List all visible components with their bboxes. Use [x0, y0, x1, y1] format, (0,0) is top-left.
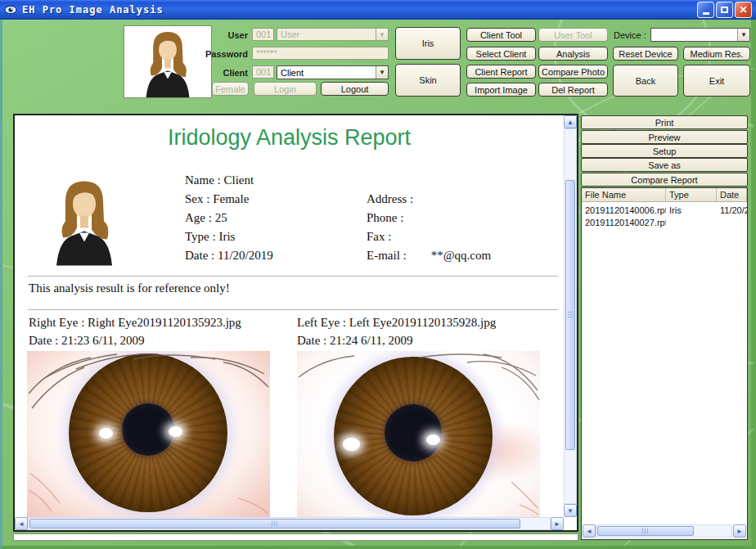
client-id-field: 001: [252, 65, 274, 79]
list-scroll-right-icon[interactable]: ►: [733, 524, 746, 538]
compare-report-button[interactable]: Compare Report: [581, 173, 748, 187]
left-eye-lashes: [297, 351, 540, 518]
client-combobox-value: Client: [277, 68, 376, 78]
file-list-row[interactable]: 20191120140027.rpt: [582, 217, 747, 229]
device-combobox-chevron-down-icon: ▼: [737, 29, 749, 41]
user-label: User: [211, 30, 248, 40]
title-bar[interactable]: EH Pro Image Analysis ✕: [0, 0, 756, 20]
user-combobox-value: User: [277, 29, 376, 39]
client-photo: [43, 173, 125, 267]
back-button[interactable]: Back: [613, 65, 678, 97]
file-name-cell: 20191120140006.rpt: [582, 205, 666, 217]
medium-res-button[interactable]: Medium Res.: [683, 47, 750, 61]
client-report-button[interactable]: Client Report: [466, 65, 536, 79]
client-phone: Phone :: [367, 209, 491, 227]
select-client-button[interactable]: Select Client: [466, 47, 536, 61]
report-scroll-up-icon[interactable]: ▲: [564, 115, 577, 128]
list-horizontal-scroll-thumb[interactable]: [597, 526, 694, 536]
import-image-button[interactable]: Import Image: [466, 83, 536, 97]
report-panel: Iridology Analysis Report Name : Client …: [13, 114, 578, 532]
client-name: Name : Client: [185, 171, 273, 190]
client-email-line: E-mail :**@qq.com: [367, 246, 491, 265]
report-title: Iridology Analysis Report: [15, 125, 564, 151]
maximize-icon: [721, 7, 728, 13]
user-id-field: 001: [252, 28, 274, 41]
client-address: Address :: [367, 190, 491, 209]
right-eye-lashes: [27, 351, 270, 518]
window-controls: ✕: [697, 2, 752, 18]
logout-button[interactable]: Logout: [321, 82, 389, 96]
divider-bottom: [28, 309, 558, 310]
window-title: EH Pro Image Analysis: [22, 4, 692, 16]
list-horizontal-scroll-track[interactable]: [596, 524, 732, 538]
compare-photo-button[interactable]: Compare Photo: [538, 65, 608, 79]
report-scroll-right-icon[interactable]: ►: [551, 517, 564, 530]
client-date: Date : 11/20/2019: [185, 246, 273, 265]
analysis-button[interactable]: Analysis: [538, 47, 608, 61]
report-horizontal-scroll-thumb[interactable]: [29, 519, 520, 529]
exit-button[interactable]: Exit: [683, 65, 750, 97]
left-eye-image: [297, 351, 540, 518]
client-email-label: E-mail :: [367, 249, 407, 262]
file-list-header: File Name Type Date: [582, 188, 747, 202]
client-sex: Sex : Female: [185, 190, 273, 209]
file-name-cell: 20191120140027.rpt: [582, 217, 666, 229]
client-email-value: **@qq.com: [431, 249, 491, 262]
report-scroll-left-icon[interactable]: ◄: [15, 517, 28, 530]
date-cell: [717, 217, 747, 229]
column-header-type[interactable]: Type: [666, 188, 717, 201]
minimize-icon: [703, 12, 709, 15]
close-icon: ✕: [739, 5, 747, 15]
column-header-date[interactable]: Date: [717, 188, 747, 201]
right-eye-filename: Right Eye : Right Eye20191120135923.jpg: [29, 316, 241, 330]
device-label: Device :: [614, 30, 650, 40]
date-cell: 11/20/2: [717, 205, 747, 217]
client-info-column: Name : Client Sex : Female Age : 25 Type…: [185, 171, 273, 265]
password-label: Password: [199, 49, 248, 59]
device-combobox[interactable]: ▼: [650, 28, 750, 42]
app-window: EH Pro Image Analysis ✕ User 001 User ▼: [0, 0, 756, 549]
login-button: Login: [254, 82, 317, 96]
client-combobox-chevron-down-icon: ▼: [376, 66, 388, 79]
user-combobox: User ▼: [277, 28, 389, 41]
close-button[interactable]: ✕: [735, 2, 752, 18]
user-avatar: [124, 25, 212, 98]
left-eye-date: Date : 21:24 6/11, 2009: [297, 334, 413, 348]
client-age: Age : 25: [185, 209, 273, 227]
del-report-button[interactable]: Del Report: [538, 83, 608, 97]
reset-device-button[interactable]: Reset Device: [613, 47, 678, 61]
disclaimer-text: This analysis result is for reference on…: [29, 281, 230, 295]
app-eye-icon: [4, 3, 17, 16]
status-strip: [13, 533, 578, 541]
minimize-button[interactable]: [697, 2, 714, 18]
client-label: Client: [211, 68, 248, 78]
client-combobox[interactable]: Client ▼: [277, 65, 389, 79]
female-button: Female: [212, 82, 249, 96]
report-vertical-scroll-track[interactable]: [564, 128, 577, 504]
skin-button[interactable]: Skin: [395, 64, 461, 97]
type-cell: [666, 217, 717, 229]
print-button[interactable]: Print: [581, 115, 748, 129]
column-header-file-name[interactable]: File Name: [582, 188, 666, 201]
report-scroll-down-icon[interactable]: ▼: [564, 504, 577, 517]
client-tool-button[interactable]: Client Tool: [466, 28, 536, 42]
report-horizontal-scroll-track[interactable]: [28, 517, 551, 530]
setup-button[interactable]: Setup: [581, 144, 748, 158]
password-field: ******: [252, 47, 389, 60]
maximize-button[interactable]: [716, 2, 733, 18]
client-type: Type : Iris: [185, 227, 273, 246]
type-cell: Iris: [666, 205, 717, 217]
report-file-list: File Name Type Date 20191120140006.rpt I…: [581, 187, 748, 540]
user-combobox-chevron-down-icon: ▼: [376, 29, 388, 40]
user-tool-button: User Tool: [538, 28, 608, 42]
report-vertical-scroll-thumb[interactable]: [565, 180, 575, 450]
left-eye-filename: Left Eye : Left Eye20191120135928.jpg: [297, 316, 496, 330]
list-scroll-left-icon[interactable]: ◄: [583, 524, 596, 538]
right-eye-image: [27, 351, 270, 518]
save-as-button[interactable]: Save as: [581, 158, 748, 172]
iris-button[interactable]: Iris: [395, 27, 461, 60]
file-list-row[interactable]: 20191120140006.rpt Iris 11/20/2: [582, 205, 747, 217]
preview-button[interactable]: Preview: [581, 130, 748, 144]
divider-top: [28, 276, 558, 277]
contact-info-column: Address : Phone : Fax : E-mail :**@qq.co…: [367, 190, 491, 265]
